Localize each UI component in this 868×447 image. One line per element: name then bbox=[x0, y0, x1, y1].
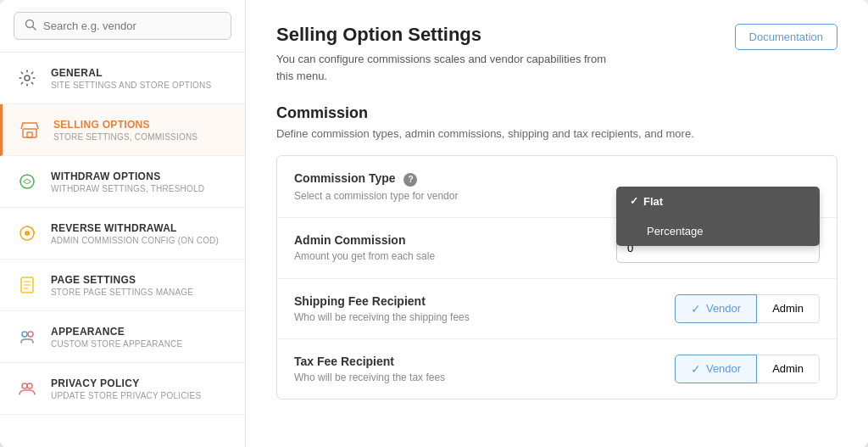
svg-point-15 bbox=[27, 383, 32, 388]
shipping-fee-label: Shipping Fee Recipient bbox=[294, 294, 470, 308]
tax-vendor-check-icon: ✓ bbox=[691, 362, 701, 376]
selling-options-title: SELLING OPTIONS bbox=[53, 119, 198, 131]
sidebar-item-page-settings[interactable]: PAGE SETTINGS STORE PAGE SETTINGS MANAGE bbox=[0, 260, 245, 311]
svg-point-2 bbox=[25, 75, 30, 81]
tax-admin-button[interactable]: Admin bbox=[757, 355, 820, 383]
privacy-subtitle: UPDATE STORE PRIVACY POLICIES bbox=[51, 391, 201, 400]
search-icon bbox=[25, 19, 36, 33]
page-desc-line1: You can configure commissions scales and… bbox=[276, 53, 606, 65]
search-input[interactable] bbox=[43, 20, 220, 32]
commission-section-desc: Define commission types, admin commissio… bbox=[276, 127, 837, 140]
shipping-fee-label-area: Shipping Fee Recipient Who will be recei… bbox=[294, 294, 470, 323]
tax-fee-toggle-group: ✓ Vendor Admin bbox=[675, 355, 820, 383]
page-desc-line2: this menu. bbox=[276, 70, 327, 82]
commission-type-dropdown-menu[interactable]: ✓ Flat Percentage bbox=[616, 187, 820, 246]
commission-type-label-text: Commission Type bbox=[294, 171, 396, 185]
withdraw-icon bbox=[14, 168, 41, 195]
appearance-item-text: APPEARANCE CUSTOM STORE APPEARANCE bbox=[51, 326, 182, 349]
withdraw-item-text: WITHDRAW OPTIONS WITHDRAW SETTINGS, THRE… bbox=[51, 170, 204, 193]
shipping-admin-button[interactable]: Admin bbox=[757, 294, 820, 323]
commission-type-desc: Select a commission type for vendor bbox=[294, 190, 458, 202]
admin-commission-desc: Amount you get from each sale bbox=[294, 250, 435, 262]
withdraw-title: WITHDRAW OPTIONS bbox=[51, 170, 204, 182]
reverse-icon bbox=[14, 220, 41, 247]
privacy-item-text: PRIVACY POLICY UPDATE STORE PRIVACY POLI… bbox=[51, 377, 201, 400]
svg-point-14 bbox=[22, 383, 27, 388]
sidebar-item-withdraw[interactable]: WITHDRAW OPTIONS WITHDRAW SETTINGS, THRE… bbox=[0, 156, 245, 208]
svg-rect-3 bbox=[23, 129, 36, 137]
dropdown-option-percentage[interactable]: Percentage bbox=[616, 216, 820, 246]
selling-options-subtitle: STORE SETTINGS, COMMISSIONS bbox=[53, 132, 198, 142]
settings-panel: Commission Type ? Select a commission ty… bbox=[276, 155, 837, 400]
svg-point-13 bbox=[28, 332, 33, 337]
commission-type-row: Commission Type ? Select a commission ty… bbox=[277, 156, 837, 218]
page-icon bbox=[14, 271, 41, 299]
shipping-vendor-button[interactable]: ✓ Vendor bbox=[675, 294, 757, 323]
withdraw-subtitle: WITHDRAW SETTINGS, THRESHOLD bbox=[51, 184, 204, 193]
page-header-text: Selling Option Settings You can configur… bbox=[276, 24, 606, 84]
reverse-subtitle: ADMIN COMMISSION CONFIG (ON COD) bbox=[51, 236, 219, 245]
tax-fee-label-area: Tax Fee Recipient Who will be receiving … bbox=[294, 355, 445, 383]
sidebar-item-selling-options[interactable]: SELLING OPTIONS STORE SETTINGS, COMMISSI… bbox=[0, 104, 245, 156]
appearance-icon bbox=[14, 323, 41, 350]
percentage-label: Percentage bbox=[647, 225, 704, 237]
commission-type-help-icon[interactable]: ? bbox=[403, 173, 417, 187]
commission-section-title: Commission bbox=[276, 104, 837, 122]
sidebar-search-wrapper bbox=[0, 0, 245, 53]
app-container: GENERAL SITE SETTINGS AND STORE OPTIONS … bbox=[0, 0, 868, 447]
shipping-fee-row: Shipping Fee Recipient Who will be recei… bbox=[277, 279, 837, 339]
commission-type-label: Commission Type ? bbox=[294, 171, 458, 187]
reverse-title: REVERSE WITHDRAWAL bbox=[51, 222, 219, 234]
sidebar-item-reverse-withdrawal[interactable]: REVERSE WITHDRAWAL ADMIN COMMISSION CONF… bbox=[0, 208, 245, 260]
tax-admin-label: Admin bbox=[772, 362, 804, 375]
sidebar-item-general[interactable]: GENERAL SITE SETTINGS AND STORE OPTIONS bbox=[0, 53, 245, 104]
page-description: You can configure commissions scales and… bbox=[276, 51, 606, 84]
shipping-vendor-check-icon: ✓ bbox=[691, 302, 701, 316]
page-settings-item-text: PAGE SETTINGS STORE PAGE SETTINGS MANAGE bbox=[51, 274, 193, 297]
sidebar: GENERAL SITE SETTINGS AND STORE OPTIONS … bbox=[0, 0, 246, 447]
tax-vendor-button[interactable]: ✓ Vendor bbox=[675, 355, 757, 383]
page-settings-subtitle: STORE PAGE SETTINGS MANAGE bbox=[51, 288, 193, 297]
shipping-vendor-label: Vendor bbox=[706, 302, 741, 315]
tax-fee-label: Tax Fee Recipient bbox=[294, 355, 445, 368]
general-item-text: GENERAL SITE SETTINGS AND STORE OPTIONS bbox=[51, 67, 211, 90]
tax-vendor-label: Vendor bbox=[706, 362, 741, 375]
selling-options-item-text: SELLING OPTIONS STORE SETTINGS, COMMISSI… bbox=[53, 119, 198, 142]
flat-check-icon: ✓ bbox=[630, 195, 638, 207]
svg-point-5 bbox=[20, 175, 34, 188]
documentation-button[interactable]: Documentation bbox=[735, 24, 837, 50]
general-title: GENERAL bbox=[51, 67, 211, 79]
shipping-fee-desc: Who will be receiving the shipping fees bbox=[294, 311, 470, 323]
appearance-subtitle: CUSTOM STORE APPEARANCE bbox=[51, 339, 182, 349]
sidebar-item-privacy-policy[interactable]: PRIVACY POLICY UPDATE STORE PRIVACY POLI… bbox=[0, 363, 245, 415]
admin-commission-label: Admin Commission bbox=[294, 233, 435, 247]
appearance-title: APPEARANCE bbox=[51, 326, 182, 338]
flat-label: Flat bbox=[643, 195, 663, 208]
admin-commission-label-area: Admin Commission Amount you get from eac… bbox=[294, 233, 435, 262]
privacy-title: PRIVACY POLICY bbox=[51, 377, 201, 389]
main-content: Selling Option Settings You can configur… bbox=[246, 0, 868, 447]
reverse-item-text: REVERSE WITHDRAWAL ADMIN COMMISSION CONF… bbox=[51, 222, 219, 245]
page-settings-title: PAGE SETTINGS bbox=[51, 274, 193, 286]
general-subtitle: SITE SETTINGS AND STORE OPTIONS bbox=[51, 81, 211, 90]
tax-fee-row: Tax Fee Recipient Who will be receiving … bbox=[277, 339, 837, 399]
store-icon bbox=[16, 116, 43, 143]
sidebar-item-appearance[interactable]: APPEARANCE CUSTOM STORE APPEARANCE bbox=[0, 311, 245, 363]
svg-point-7 bbox=[25, 231, 30, 236]
svg-rect-4 bbox=[27, 132, 32, 137]
svg-point-12 bbox=[22, 332, 27, 337]
shipping-admin-label: Admin bbox=[772, 302, 804, 315]
commission-type-label-area: Commission Type ? Select a commission ty… bbox=[294, 171, 458, 202]
gear-icon bbox=[14, 64, 41, 92]
privacy-icon bbox=[14, 375, 41, 402]
svg-line-1 bbox=[33, 27, 36, 31]
page-header: Selling Option Settings You can configur… bbox=[276, 24, 837, 84]
tax-fee-desc: Who will be receiving the tax fees bbox=[294, 372, 445, 383]
search-box bbox=[14, 12, 231, 40]
page-title: Selling Option Settings bbox=[276, 24, 606, 46]
dropdown-option-flat[interactable]: ✓ Flat bbox=[616, 187, 820, 216]
shipping-fee-toggle-group: ✓ Vendor Admin bbox=[675, 294, 820, 323]
